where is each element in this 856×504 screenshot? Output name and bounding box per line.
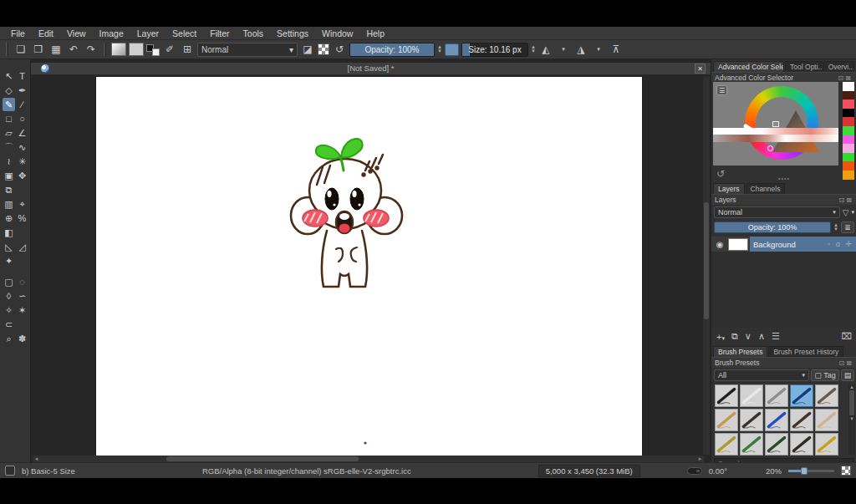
layer-properties-button[interactable]: ☰ [772,331,780,342]
current-preset-icon[interactable] [5,466,15,476]
rect-select-tool[interactable]: ▢ [3,275,15,288]
layer-blend-mode-combo[interactable]: Normal▾ [714,206,840,218]
transform-tool[interactable]: ▣ [3,169,15,182]
bezier-select-tool[interactable]: ✶ [16,303,28,317]
preset-marker-green[interactable] [765,433,788,456]
ellipse-select-tool[interactable]: ◌ [16,275,28,288]
vertical-scrollbar[interactable] [703,77,710,455]
freehand-select-tool[interactable]: ∽ [16,289,28,303]
preset-display-mode-button[interactable]: ▤ [841,369,854,381]
bezier-curve-tool[interactable]: ⌒ [3,140,15,154]
zoom-tool[interactable]: ⌕ [3,332,15,345]
layer-thumbnail[interactable] [728,238,748,251]
delete-layer-button[interactable]: ⌧ [841,331,852,342]
fill-tool[interactable]: ◧ [3,226,15,239]
shade-bar[interactable] [713,135,838,142]
polygonal-select-tool[interactable]: ◊ [3,289,15,303]
preset-wet-brush[interactable] [765,384,788,407]
undo-button[interactable]: ↶ [66,42,81,57]
preserve-alpha-button[interactable] [318,43,329,55]
move-tool[interactable]: ✥ [16,169,28,182]
duplicate-layer-button[interactable]: ⧉ [731,331,738,342]
new-document-button[interactable]: ❏ [13,42,28,57]
freehand-path-tool[interactable]: ∿ [16,140,28,154]
wraparound-mode-button[interactable]: ⊼ [609,42,624,57]
colorize-mask-tool[interactable]: % [16,211,28,225]
menu-window[interactable]: Window [316,28,359,39]
preset-pen-multi[interactable] [715,433,738,456]
mirror-v-options-arrow[interactable]: ▾ [591,42,606,57]
line-tool[interactable]: ∕ [16,98,28,111]
gradient-chooser[interactable] [111,43,126,56]
tag-button[interactable]: ▢ Tag [811,369,839,381]
pan-tool[interactable]: ✽ [16,332,28,345]
smart-patch-tool[interactable]: ⊕ [3,211,15,225]
preset-pencil-2b[interactable] [815,384,838,407]
advanced-color-selector[interactable]: ☰ [713,82,838,165]
menu-settings[interactable]: Settings [271,28,314,39]
document-titlebar[interactable]: [Not Saved] * ✕ [31,63,711,75]
menu-edit[interactable]: Edit [33,28,59,39]
history-swatch-0[interactable] [843,82,854,91]
freehand-brush-tool[interactable]: ✎ [3,98,15,111]
menu-layer[interactable]: Layer [131,28,165,39]
flow-box[interactable] [445,43,459,56]
preset-pencil-soft[interactable] [815,409,838,431]
similar-select-tool[interactable]: ✧ [3,303,15,317]
preset-pen-yellow[interactable] [815,433,838,456]
preset-chooser-button[interactable]: ⊞ [180,42,195,57]
preset-filter-combo[interactable]: All▾ [714,369,809,381]
preset-ink-pen[interactable] [715,384,738,407]
hscroll-thumb[interactable] [166,456,359,461]
size-spinner[interactable]: ▲▼ [531,45,536,53]
preset-pencil-4b[interactable] [740,409,763,431]
reload-preset-button[interactable]: ↺ [332,42,347,57]
tab-advanced-color-selector[interactable]: Advanced Color Selec... [713,61,784,72]
history-swatch-9[interactable] [843,161,854,171]
menu-help[interactable]: Help [360,28,390,39]
fg-bg-colors[interactable] [146,43,160,56]
move-layer-down-button[interactable]: ∨ [745,331,752,342]
horizontal-scrollbar[interactable]: ◂ ▸ [33,456,704,462]
tab-channels[interactable]: Channels [746,183,786,194]
multibrush-tool[interactable]: ✳ [16,155,28,168]
polygon-tool[interactable]: ▱ [3,126,15,140]
crop-tool[interactable]: ⧉ [3,183,15,196]
canvas-page[interactable] [96,77,642,456]
edit-shapes-tool[interactable]: ◇ [3,84,15,97]
menu-image[interactable]: Image [94,28,130,39]
zoom-slider[interactable] [788,470,834,472]
menu-filter[interactable]: Filter [204,28,235,39]
save-button[interactable]: ▦ [48,42,64,57]
assistants-tool[interactable]: ◺ [3,240,15,253]
opacity-slider[interactable]: Opacity: 100% [349,43,435,57]
polyline-tool[interactable]: ∠ [16,126,28,140]
layer-visibility-icon[interactable]: ◉ [711,240,728,249]
tab-brush-preset-history[interactable]: Brush Preset History [768,346,843,357]
tab-tool-options[interactable]: Tool Opti... [785,61,823,72]
move-layer-up-button[interactable]: ∧ [758,331,765,342]
history-swatch-5[interactable] [843,126,854,135]
pattern-chooser[interactable] [129,43,144,56]
layer-view-mode-button[interactable]: ≣ [841,221,854,233]
selector-settings-icon[interactable]: ☰ [716,85,727,95]
menu-tools[interactable]: Tools [237,28,270,39]
tab-layers[interactable]: Layers [713,183,745,194]
reference-images-tool[interactable]: ✦ [3,254,15,267]
gradient-tool[interactable]: ▥ [3,197,15,211]
preset-scrollbar[interactable]: ▲▼ [848,384,855,455]
calligraphy-tool[interactable]: ✒ [16,84,28,97]
preset-pencil-blue[interactable] [765,409,788,431]
menu-view[interactable]: View [61,28,92,39]
history-swatch-2[interactable] [843,99,854,109]
brush-editor-button[interactable]: ✐ [162,42,177,57]
text-tool[interactable]: T [16,69,28,83]
transform-select-tool[interactable]: ↖ [3,69,15,83]
dynamic-brush-tool[interactable]: ≀ [3,155,15,168]
preset-pen-dark[interactable] [790,433,813,456]
mirror-horizontal-button[interactable]: ◭ [538,42,553,57]
open-document-button[interactable]: ❒ [31,42,46,57]
preset-marker-dark[interactable] [790,409,813,431]
docker-float-close-icons[interactable]: ⊡⊠ [838,74,853,82]
menu-select[interactable]: Select [166,28,202,39]
